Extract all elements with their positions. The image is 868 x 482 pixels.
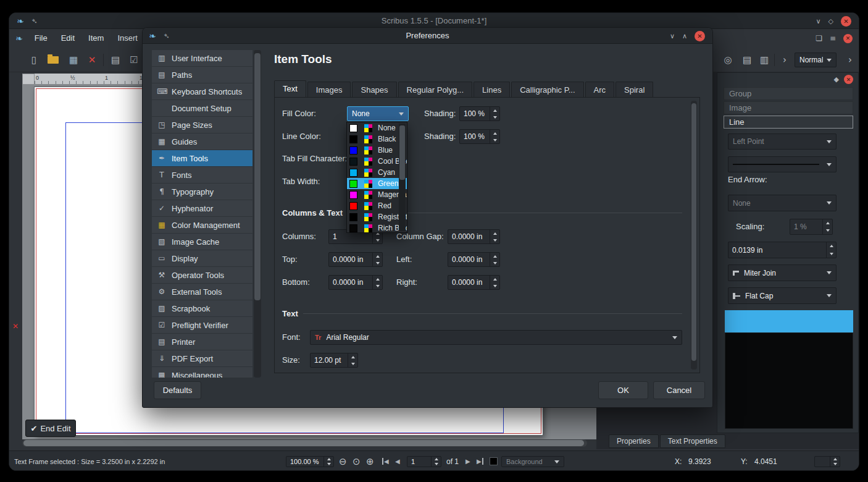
- status-spinbox[interactable]: [814, 456, 840, 467]
- open-document-icon[interactable]: [48, 56, 59, 64]
- spin-up-button[interactable]: [348, 353, 357, 360]
- tab[interactable]: Images: [307, 82, 351, 97]
- color-option[interactable]: Registration: [347, 211, 407, 222]
- spin-down-button[interactable]: [373, 260, 382, 266]
- ok-button[interactable]: OK: [598, 381, 648, 399]
- spin-up-button[interactable]: [373, 253, 382, 260]
- previous-page-button[interactable]: ◀: [394, 458, 401, 465]
- spin-down-button[interactable]: [348, 360, 357, 367]
- line-style-selected-row[interactable]: [725, 310, 853, 332]
- content-scrollbar[interactable]: [691, 101, 697, 370]
- last-page-button[interactable]: ▶: [476, 458, 483, 465]
- spin-up-button[interactable]: [827, 242, 836, 250]
- line-cap-select[interactable]: Flat Cap: [728, 287, 837, 304]
- color-option[interactable]: Blue: [347, 145, 407, 156]
- print-icon[interactable]: ▤: [108, 53, 123, 67]
- spin-up-button[interactable]: [490, 107, 499, 114]
- font-size-spinbox[interactable]: 12.00 pt: [310, 353, 358, 368]
- spin-up-button[interactable]: [830, 457, 840, 462]
- scrollbar-thumb[interactable]: [399, 125, 405, 180]
- spin-down-button[interactable]: [490, 114, 499, 120]
- scrollbar-thumb[interactable]: [254, 53, 261, 300]
- arrow-scaling-spinbox[interactable]: 1 %: [790, 219, 833, 235]
- spin-down-button[interactable]: [324, 462, 333, 467]
- fill-shading-spinbox[interactable]: 100 %: [459, 106, 500, 121]
- tab[interactable]: Text: [274, 80, 306, 97]
- line-shading-spinbox[interactable]: 100 %: [459, 129, 500, 144]
- sidebar-item[interactable]: ▤ Printer: [152, 334, 252, 350]
- zoom-100-icon[interactable]: ⊙: [353, 456, 361, 467]
- tab[interactable]: Spiral: [616, 82, 653, 97]
- color-option[interactable]: Rich Black: [347, 222, 407, 233]
- dropdown-scrollbar[interactable]: [399, 124, 406, 231]
- sidebar-item[interactable]: ▥ User Interface: [152, 50, 252, 66]
- close-document-button[interactable]: ✕: [843, 34, 853, 43]
- bottom-distance-spinbox[interactable]: 0.0000 in: [328, 275, 383, 290]
- close-panel-button[interactable]: ✕: [844, 75, 853, 84]
- frame-icon[interactable]: ▤: [740, 53, 754, 67]
- color-option[interactable]: Cyan: [347, 167, 407, 178]
- sidebar-scrollbar[interactable]: [254, 50, 261, 378]
- color-option[interactable]: Red: [347, 200, 407, 211]
- layer-select[interactable]: Background: [501, 456, 564, 467]
- sidebar-item[interactable]: ⚙ External Tools: [152, 284, 252, 300]
- spin-down-button[interactable]: [827, 250, 836, 258]
- sidebar-item[interactable]: ▧ Image Cache: [152, 234, 252, 250]
- sidebar-item[interactable]: T Fonts: [152, 167, 252, 183]
- spin-up-button[interactable]: [324, 457, 333, 462]
- spin-down-button[interactable]: [490, 260, 499, 266]
- color-option[interactable]: Green: [347, 178, 407, 189]
- color-option[interactable]: Magenta: [347, 189, 407, 200]
- spin-up-button[interactable]: [490, 253, 499, 260]
- preflight-verifier-icon[interactable]: ☑: [127, 53, 141, 67]
- sidebar-item[interactable]: ▭ Display: [152, 250, 252, 266]
- unshade-dialog-icon[interactable]: ∧: [682, 32, 687, 40]
- restore-document-icon[interactable]: ❏: [816, 34, 822, 43]
- dock-tab[interactable]: Text Properties: [660, 434, 725, 448]
- spin-up-button[interactable]: [490, 276, 499, 282]
- sidebar-item[interactable]: ▦ Color Management: [152, 217, 252, 233]
- sidebar-item[interactable]: ⇓ PDF Export: [152, 350, 252, 366]
- sidebar-item[interactable]: ✓ Hyphenator: [152, 200, 252, 216]
- panel-expand-icon[interactable]: ›: [843, 53, 858, 67]
- toolbar-overflow-icon[interactable]: ›: [777, 53, 792, 67]
- tab[interactable]: Regular Polyg...: [398, 82, 473, 97]
- end-arrow-select[interactable]: None: [728, 195, 837, 211]
- image-effects-mode-select[interactable]: Normal: [795, 53, 837, 67]
- section-group[interactable]: Group: [724, 87, 853, 100]
- spin-down-button[interactable]: [490, 137, 499, 143]
- tab[interactable]: Calligraphic P...: [511, 82, 583, 97]
- zoom-in-icon[interactable]: ⊕: [366, 456, 374, 467]
- defaults-button[interactable]: Defaults: [154, 381, 201, 399]
- menu-item[interactable]: Insert: [111, 32, 144, 45]
- line-style-select[interactable]: [728, 156, 837, 172]
- dock-tab[interactable]: Properties: [609, 434, 659, 448]
- menu-item[interactable]: Item: [81, 32, 111, 45]
- sidebar-item[interactable]: ⌨ Keyboard Shortcuts: [152, 83, 252, 99]
- dialog-titlebar[interactable]: ❧ ➴ Preferences ∨ ∧ ✕: [143, 28, 712, 44]
- spin-down-button[interactable]: [373, 237, 382, 243]
- document-list-icon[interactable]: ≡: [830, 34, 836, 43]
- sidebar-item[interactable]: ✒ Item Tools: [152, 150, 252, 166]
- sidebar-item[interactable]: ▨ Scrapbook: [152, 300, 252, 316]
- save-icon[interactable]: ▦: [66, 53, 81, 67]
- spin-down-button[interactable]: [830, 462, 840, 467]
- section-line[interactable]: Line: [724, 116, 853, 129]
- horizontal-scrollbar[interactable]: [22, 439, 587, 447]
- color-option[interactable]: None: [347, 122, 407, 133]
- spin-down-button[interactable]: [490, 282, 499, 289]
- font-select[interactable]: Tr Arial Regular: [310, 330, 682, 345]
- sidebar-item[interactable]: ◳ Page Sizes: [152, 117, 252, 133]
- shade-window-icon[interactable]: ∨: [816, 17, 820, 25]
- column-gap-spinbox[interactable]: 0.0000 in: [448, 229, 500, 244]
- sidebar-item[interactable]: ▤ Paths: [152, 67, 252, 83]
- spin-down-button[interactable]: [432, 462, 441, 467]
- spin-down-button[interactable]: [490, 237, 499, 243]
- tab[interactable]: Shapes: [352, 82, 396, 97]
- top-distance-spinbox[interactable]: 0.0000 in: [328, 252, 383, 267]
- spin-down-button[interactable]: [373, 282, 382, 289]
- line-point-select[interactable]: Left Point: [728, 133, 837, 150]
- sidebar-item[interactable]: ¶ Typography: [152, 184, 252, 200]
- zoom-spinbox[interactable]: 100.00 %: [286, 456, 334, 467]
- maximize-window-icon[interactable]: ◇: [828, 17, 833, 25]
